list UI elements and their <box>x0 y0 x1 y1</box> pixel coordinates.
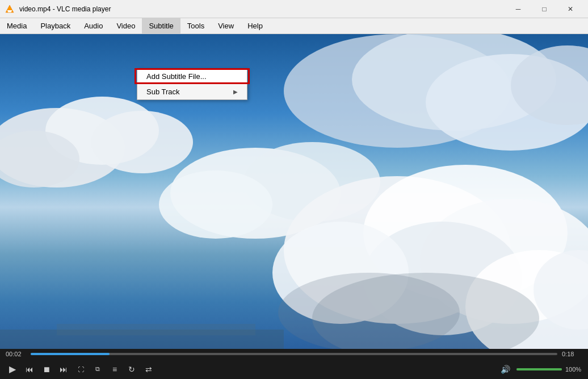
fullscreen-button[interactable]: ⛶ <box>73 361 89 377</box>
minimize-button[interactable]: ─ <box>505 0 531 18</box>
volume-icon[interactable]: 🔊 <box>497 361 513 377</box>
menu-audio[interactable]: Audio <box>77 18 110 34</box>
titlebar: video.mp4 - VLC media player ─ □ ✕ <box>0 0 588 18</box>
window-title: video.mp4 - VLC media player <box>19 5 111 13</box>
sub-track-item[interactable]: Sub Track ▶ <box>137 84 247 99</box>
menubar: Media Playback Audio Video Subtitle Tool… <box>0 18 588 34</box>
titlebar-controls: ─ □ ✕ <box>505 0 583 18</box>
close-button[interactable]: ✕ <box>557 0 583 18</box>
time-total: 0:18 <box>562 351 582 357</box>
svg-point-14 <box>159 170 272 239</box>
menu-view[interactable]: View <box>211 18 241 34</box>
buttons-row: ▶ ⏮ ⏹ ⏭ ⛶ ⧉ ≡ ↻ ⇄ 🔊 100% <box>0 359 588 379</box>
menu-help[interactable]: Help <box>241 18 270 34</box>
menu-subtitle[interactable]: Subtitle <box>142 18 180 34</box>
progress-row: 00:02 0:18 <box>0 349 588 359</box>
random-button[interactable]: ⇄ <box>141 361 157 377</box>
volume-bar[interactable] <box>516 368 562 370</box>
svg-rect-1 <box>7 10 12 11</box>
cloud-scene <box>0 34 588 349</box>
time-current: 00:02 <box>6 351 26 357</box>
sub-track-arrow: ▶ <box>233 89 238 95</box>
add-subtitle-label: Add Subtitle File... <box>146 72 207 81</box>
svg-point-7 <box>91 111 193 173</box>
play-button[interactable]: ▶ <box>5 361 20 377</box>
volume-label: 100% <box>565 366 583 373</box>
svg-rect-2 <box>8 11 11 13</box>
progress-bar[interactable] <box>31 353 557 355</box>
maximize-button[interactable]: □ <box>531 0 557 18</box>
menu-tools[interactable]: Tools <box>180 18 211 34</box>
titlebar-left: video.mp4 - VLC media player <box>5 4 111 14</box>
vlc-icon <box>5 4 15 14</box>
stop-button[interactable]: ⏹ <box>39 361 54 377</box>
menu-video[interactable]: Video <box>110 18 142 34</box>
extended-button[interactable]: ⧉ <box>90 361 106 377</box>
menu-playback[interactable]: Playback <box>33 18 77 34</box>
volume-area: 🔊 100% <box>497 361 583 377</box>
next-button[interactable]: ⏭ <box>56 361 72 377</box>
volume-fill <box>516 368 562 370</box>
sub-track-label: Sub Track <box>146 88 180 96</box>
svg-point-23 <box>278 273 460 349</box>
prev-button[interactable]: ⏮ <box>22 361 37 377</box>
repeat-button[interactable]: ↻ <box>124 361 140 377</box>
add-subtitle-item[interactable]: Add Subtitle File... <box>137 69 247 84</box>
progress-fill <box>31 353 110 355</box>
menu-media[interactable]: Media <box>0 18 33 34</box>
controls-area: 00:02 0:18 ▶ ⏮ ⏹ ⏭ ⛶ ⧉ ≡ ↻ ⇄ 🔊 100% <box>0 349 588 379</box>
playlist-button[interactable]: ≡ <box>107 361 123 377</box>
subtitle-dropdown: Add Subtitle File... Sub Track ▶ <box>137 68 247 100</box>
video-background: Add Subtitle File... Sub Track ▶ <box>0 34 588 349</box>
video-area: Add Subtitle File... Sub Track ▶ <box>0 34 588 349</box>
svg-rect-25 <box>57 324 255 335</box>
